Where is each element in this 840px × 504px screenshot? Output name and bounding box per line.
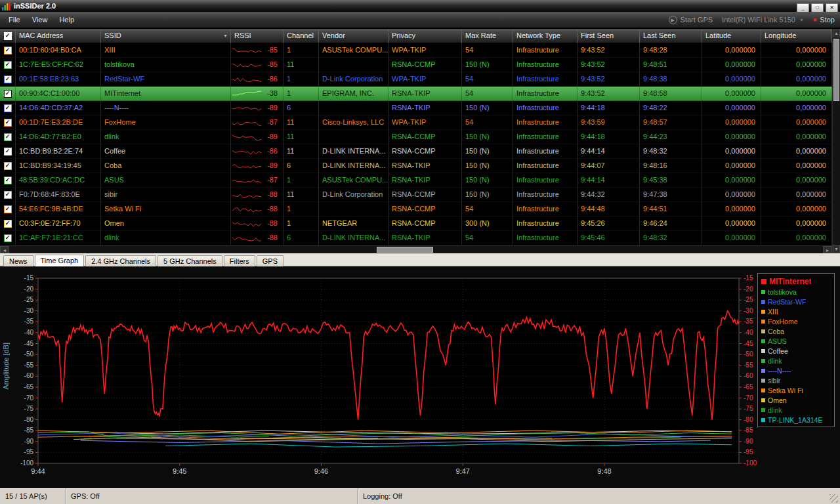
svg-text:9:47: 9:47	[456, 467, 470, 475]
horizontal-scrollbar[interactable]: ◄ ►	[0, 245, 832, 253]
scrollbar-thumb[interactable]	[377, 247, 433, 253]
legend-item[interactable]: Omen	[761, 395, 831, 405]
header-checkbox[interactable]: ✓	[0, 29, 16, 43]
menu-view[interactable]: View	[26, 14, 54, 26]
row-checkbox[interactable]: ✓	[4, 119, 12, 127]
legend-color-swatch	[761, 279, 766, 284]
tab-news[interactable]: News	[3, 255, 33, 266]
start-gps-label: Start GPS	[681, 16, 713, 24]
scrollbar-thumb[interactable]	[833, 39, 839, 101]
menu-help[interactable]: Help	[53, 14, 80, 26]
minimize-button[interactable]: _	[797, 3, 809, 12]
col-longitude[interactable]: Longitude	[761, 29, 832, 43]
col-rssi[interactable]: RSSI	[231, 29, 284, 43]
menu-file[interactable]: File	[3, 14, 26, 26]
rssi-cell: -85	[231, 43, 284, 58]
col-first-seen[interactable]: First Seen	[578, 29, 640, 43]
row-checkbox[interactable]: ✓	[4, 220, 12, 228]
legend-item[interactable]: Setka Wi Fi	[761, 385, 831, 395]
scroll-left-arrow[interactable]: ◄	[0, 246, 9, 253]
close-button[interactable]: ✕	[826, 3, 838, 12]
svg-text:-25: -25	[744, 296, 753, 303]
longitude: 0,000000	[761, 144, 832, 159]
table-row[interactable]: ✓ F0:7D:68:4F:83:0E sibir -88 11 D-Link …	[0, 188, 832, 202]
row-checkbox-cell: ✓	[0, 43, 16, 58]
table-row[interactable]: ✓ 1C:7E:E5:CF:FC:62 tolstikova -85 11 RS…	[0, 58, 832, 72]
tab-time-graph[interactable]: Time Graph	[35, 255, 85, 266]
first-seen: 9:44:14	[578, 173, 640, 188]
tab-filters[interactable]: Filters	[224, 255, 255, 266]
svg-text:-35: -35	[24, 318, 34, 325]
row-checkbox[interactable]: ✓	[4, 234, 12, 242]
legend-item[interactable]: Coffee	[761, 346, 831, 356]
table-row[interactable]: ✓ 00:1D:7E:E3:2B:DE FoxHome -87 11 Cisco…	[0, 116, 832, 130]
scroll-right-arrow[interactable]: ►	[823, 246, 832, 253]
table-row[interactable]: ✓ 48:5B:39:CD:AC:DC ASUS -87 1 ASUSTek C…	[0, 173, 832, 188]
scroll-up-arrow[interactable]: ▲	[833, 29, 840, 37]
legend-item[interactable]: sibir	[761, 375, 831, 385]
table-row[interactable]: ✓ 00:1E:58:E8:23:63 RedStar-WF -86 1 D-L…	[0, 72, 832, 87]
table-row[interactable]: ✓ 1C:AF:F7:1E:21:CC dlink -88 6 D-LINK I…	[0, 231, 832, 245]
legend-item[interactable]: XIII	[761, 306, 831, 316]
row-checkbox[interactable]: ✓	[4, 75, 12, 83]
legend-item[interactable]: MITinternet	[761, 276, 831, 287]
tab-5-ghz-channels[interactable]: 5 GHz Channels	[158, 255, 222, 266]
table-row[interactable]: ✓ 00:1D:60:04:B0:CA XIII -85 1 ASUSTek C…	[0, 43, 832, 58]
row-checkbox[interactable]: ✓	[4, 133, 12, 141]
legend-item[interactable]: TP-LINK_1A314E	[761, 415, 831, 425]
table-row[interactable]: ✓ 54:E6:FC:9B:4B:DE Setka Wi Fi -88 1 RS…	[0, 202, 832, 217]
table-row[interactable]: ✓ 00:90:4C:C1:00:00 MITinternet -38 1 EP…	[0, 87, 832, 101]
col-max-rate[interactable]: Max Rate	[462, 29, 513, 43]
legend-label: Omen	[768, 396, 787, 404]
col-mac-address[interactable]: MAC Address	[16, 29, 101, 43]
legend-item[interactable]: Coba	[761, 326, 831, 336]
scroll-down-arrow[interactable]: ▼	[833, 245, 840, 253]
row-checkbox[interactable]: ✓	[4, 205, 12, 213]
privacy: RSNA-TKIP	[388, 87, 462, 101]
legend-item[interactable]: FoxHome	[761, 316, 831, 326]
legend-item[interactable]: ASUS	[761, 336, 831, 346]
row-checkbox[interactable]: ✓	[4, 47, 12, 54]
row-checkbox[interactable]: ✓	[4, 148, 12, 156]
col-vendor[interactable]: Vendor	[319, 29, 388, 43]
row-checkbox[interactable]: ✓	[4, 177, 12, 184]
stop-button[interactable]: ■ Stop	[813, 16, 835, 24]
row-checkbox[interactable]: ✓	[4, 90, 12, 98]
start-gps-button[interactable]: ▶ Start GPS	[669, 16, 713, 24]
table-row[interactable]: ✓ 14:D6:4D:77:B2:E0 dlink -89 11 RSNA-CC…	[0, 130, 832, 144]
row-checkbox[interactable]: ✓	[4, 162, 12, 170]
adapter-select[interactable]: Intel(R) WiFi Link 5150 ▼	[722, 16, 804, 24]
maximize-button[interactable]: □	[811, 3, 824, 12]
scrollbar-track[interactable]	[9, 246, 823, 253]
tab-gps[interactable]: GPS	[257, 255, 284, 266]
scrollbar-track[interactable]	[833, 37, 840, 245]
resize-grip[interactable]	[830, 494, 838, 503]
col-ssid[interactable]: SSID▼	[101, 29, 231, 43]
row-checkbox[interactable]: ✓	[4, 191, 12, 199]
max-rate: 150 (N)	[462, 101, 513, 116]
col-latitude[interactable]: Latitude	[702, 29, 761, 43]
table-row[interactable]: ✓ C0:3F:0E:72:FF:70 Omen -88 1 NETGEAR R…	[0, 217, 832, 231]
privacy: RSNA-CCMP	[388, 202, 462, 217]
row-checkbox[interactable]: ✓	[4, 61, 12, 69]
table-row[interactable]: ✓ 1C:BD:B9:34:19:45 Coba -89 6 D-LINK IN…	[0, 159, 832, 173]
table-row[interactable]: ✓ 1C:BD:B9:B2:2E:74 Coffee -86 11 D-LINK…	[0, 144, 832, 159]
network-type: Infrastructure	[513, 43, 578, 58]
col-last-seen[interactable]: Last Seen	[640, 29, 702, 43]
vertical-scrollbar[interactable]: ▲ ▼	[832, 29, 840, 253]
legend-item[interactable]: RedStar-WF	[761, 297, 831, 306]
time-graph-panel: Amplitude [dB] -15-15-20-20-25-25-30-30-…	[0, 266, 840, 488]
row-checkbox[interactable]: ✓	[4, 104, 12, 112]
legend-item[interactable]: dlink	[761, 405, 831, 415]
table-row[interactable]: ✓ 14:D6:4D:CD:37:A2 ----N---- -89 6 RSNA…	[0, 101, 832, 116]
row-checkbox-cell: ✓	[0, 159, 16, 173]
col-channel[interactable]: Channel	[284, 29, 319, 43]
col-network-type[interactable]: Network Type	[513, 29, 578, 43]
col-privacy[interactable]: Privacy	[388, 29, 462, 43]
legend-item[interactable]: dlink	[761, 356, 831, 366]
legend-item[interactable]: tolstikova	[761, 287, 831, 297]
row-checkbox-cell: ✓	[0, 202, 16, 217]
legend-item[interactable]: ----N----	[761, 366, 831, 375]
row-checkbox-cell: ✓	[0, 58, 16, 72]
tab-2-4-ghz-channels[interactable]: 2.4 GHz Channels	[85, 255, 156, 266]
